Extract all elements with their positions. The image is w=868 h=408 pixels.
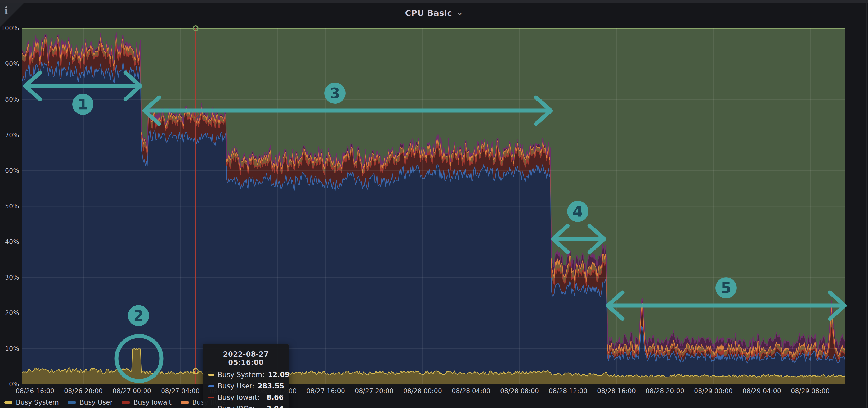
tooltip-series-value: 12.09: [268, 371, 289, 379]
svg-text:2: 2: [133, 307, 144, 324]
y-axis-label: 80%: [0, 96, 19, 103]
y-axis-label: 20%: [0, 309, 19, 317]
tooltip-row: Busy System:12.09: [208, 371, 284, 379]
annotation-badge-2: 2: [128, 305, 149, 326]
annotation-badge-1: 1: [72, 94, 93, 115]
legend-swatch: [122, 401, 130, 404]
legend-swatch: [181, 401, 189, 404]
y-axis-label: 40%: [0, 238, 19, 245]
tooltip-series-label: Busy IRQs:: [218, 405, 264, 408]
annotation-badge-3: 3: [324, 82, 346, 104]
tooltip-row: Busy IRQs:3.94: [208, 405, 284, 408]
annotation-badge-5: 5: [715, 277, 737, 299]
series-color-dash: [208, 374, 215, 376]
tooltip-series-value: 3.94: [267, 405, 284, 408]
y-axis-label: 100%: [0, 25, 19, 32]
tooltip-series-label: Busy System:: [218, 371, 265, 379]
x-axis-label: 08/29 08:00: [780, 387, 841, 395]
y-axis-label: 30%: [0, 274, 19, 281]
svg-text:3: 3: [330, 84, 340, 102]
annotation-badge-4: 4: [567, 201, 588, 222]
series-color-dash: [208, 385, 215, 387]
y-axis-label: 70%: [0, 132, 19, 139]
tooltip-row: Busy Iowait:8.66: [208, 394, 284, 401]
hover-tooltip: 2022-08-27 05:16:00 Busy System:12.09Bus…: [203, 344, 289, 408]
grafana-panel: i CPU Basic ⌄ 12345 100%90%80%70%60%50%4…: [0, 0, 868, 408]
svg-text:5: 5: [721, 279, 732, 296]
svg-text:1: 1: [78, 96, 88, 113]
y-axis-label: 90%: [0, 60, 19, 68]
cpu-usage-chart[interactable]: 12345: [0, 0, 868, 408]
y-axis-label: 60%: [0, 167, 19, 174]
y-axis-label: 0%: [0, 380, 19, 388]
legend-item[interactable]: Busy Iowait: [122, 399, 172, 406]
legend-item[interactable]: Busy User: [68, 399, 113, 406]
legend-swatch: [4, 401, 12, 404]
tooltip-row: Busy User:283.55: [208, 382, 284, 390]
legend-item[interactable]: Busy System: [4, 399, 59, 406]
legend-label: Busy User: [80, 399, 113, 406]
svg-text:4: 4: [573, 203, 583, 220]
y-axis-label: 10%: [0, 345, 19, 352]
tooltip-timestamp: 2022-08-27 05:16:00: [208, 350, 284, 367]
series-color-dash: [208, 397, 215, 399]
legend-label: Busy Iowait: [133, 399, 172, 406]
panel-right-border: [866, 3, 867, 408]
y-axis-label: 50%: [0, 203, 19, 210]
tooltip-series-value: 8.66: [267, 394, 284, 401]
legend: Busy SystemBusy UserBusy IowaitBusy IRQs: [4, 399, 226, 406]
tooltip-series-value: 283.55: [258, 382, 284, 390]
legend-swatch: [68, 401, 76, 404]
tooltip-series-label: Busy User:: [218, 382, 254, 390]
legend-label: Busy System: [16, 399, 59, 406]
tooltip-series-label: Busy Iowait:: [218, 394, 264, 401]
